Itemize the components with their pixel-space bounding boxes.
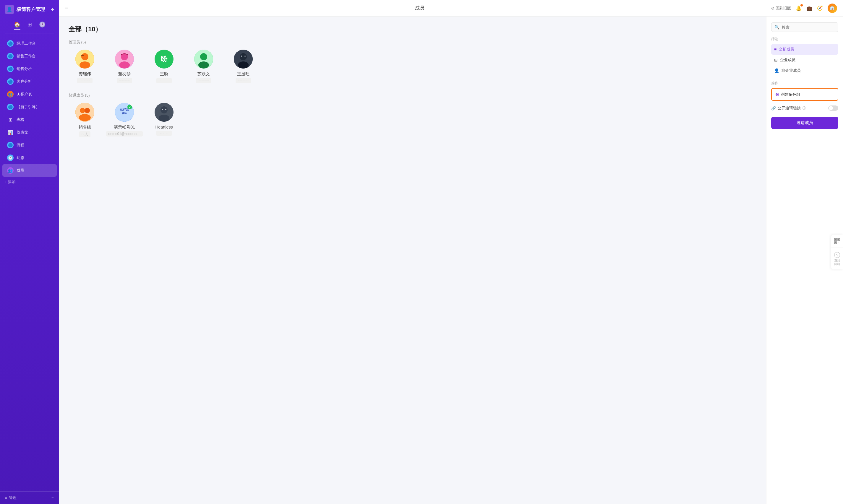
invite-link-toggle[interactable] — [828, 106, 838, 111]
avatar-wang-xian-svg — [234, 50, 253, 69]
svg-point-11 — [240, 53, 247, 60]
sidebar-item-dashboard[interactable]: 📊 仪表盘 — [2, 126, 57, 139]
app-logo-icon: 👤 — [5, 5, 14, 14]
help-question-icon: ? — [834, 252, 840, 258]
sidebar-item-label: 销售工作台 — [17, 53, 36, 59]
filter-enterprise-icon: ⊞ — [774, 58, 778, 62]
member-card-heartless[interactable]: Heartless ··········· — [148, 103, 180, 137]
member-avatar-demo01: 伙伴云 体验 ✓ — [115, 103, 134, 122]
sidebar-item-sales-analysis[interactable]: 🔵 销售分析 — [2, 62, 57, 75]
action-label: 操作 — [771, 80, 838, 86]
member-card-sales-group[interactable]: 销售组 3 人 — [69, 103, 101, 137]
sidebar-item-label: 仪表盘 — [17, 130, 28, 135]
tab-home[interactable]: 🏠 — [14, 21, 20, 30]
sidebar-item-members[interactable]: 👥 成员 — [2, 164, 57, 177]
sidebar-item-sales-workbench[interactable]: 🔵 销售工作台 — [2, 50, 57, 62]
sidebar-item-dynamic[interactable]: 🕐 动态 — [2, 151, 57, 164]
svg-point-25 — [160, 106, 168, 113]
search-input[interactable] — [782, 25, 835, 30]
topbar: ≡ 成员 ⊙ 回到旧版 🔔 💼 🧭 👔 — [59, 0, 843, 17]
notification-button[interactable]: 🔔 — [796, 5, 802, 11]
member-card-gong[interactable]: 龚继伟 ··········· — [69, 50, 101, 83]
filter-non-enterprise-icon: 👤 — [774, 68, 779, 73]
sidebar-item-manager-workbench[interactable]: 🔵 经理工作台 — [2, 37, 57, 50]
page-title-topbar: 成员 — [415, 5, 424, 11]
svg-point-6 — [119, 61, 130, 69]
create-role-group-button[interactable]: ⊕ 创建角色组 — [771, 88, 838, 101]
member-sub-su: ··········· — [196, 78, 212, 83]
member-card-wang-xian[interactable]: 王显旺 ··········· — [227, 50, 260, 83]
filter-enterprise-members[interactable]: ⊞ 企业成员 — [771, 55, 838, 65]
member-card-demo01[interactable]: 伙伴云 体验 ✓ 演示帐号01 demo01@huoban.... — [108, 103, 141, 137]
member-name-wang-pan: 王盼 — [160, 72, 168, 77]
sidebar-item-label: 动态 — [17, 155, 24, 160]
svg-rect-35 — [838, 242, 838, 242]
filter-non-enterprise-label: 非企业成员 — [781, 68, 801, 73]
manager-workbench-icon: 🔵 — [7, 40, 14, 47]
sidebar-item-flow[interactable]: 🔵 流程 — [2, 139, 57, 151]
member-card-wang-pan[interactable]: 盼 王盼 ··········· — [148, 50, 180, 83]
svg-point-17 — [85, 108, 90, 113]
help-label: 遇到问题 — [834, 259, 840, 266]
return-old-version-button[interactable]: ⊙ 回到旧版 — [771, 6, 791, 11]
normal-section-label: 普通成员 (5) — [69, 93, 757, 98]
member-avatar-gong — [75, 50, 94, 69]
help-button[interactable]: ? 遇到问题 — [831, 248, 843, 269]
qr-code-button[interactable] — [831, 235, 843, 248]
sidebar-item-label: 【新手引导】 — [17, 104, 40, 110]
add-nav-item-button[interactable]: + 添加 — [0, 177, 59, 187]
member-sub-gong: ··········· — [77, 78, 93, 83]
member-name-su: 苏跃文 — [197, 72, 210, 77]
member-name-dong: 董羽斐 — [118, 72, 131, 77]
sidebar-item-label: 成员 — [17, 168, 24, 173]
avatar-sales-group-svg — [75, 103, 94, 122]
sales-analysis-icon: 🔵 — [7, 66, 14, 72]
svg-rect-34 — [835, 242, 836, 243]
invite-members-button[interactable]: 邀请成员 — [771, 117, 838, 129]
filter-all-members[interactable]: ≡ 全部成员 — [771, 44, 838, 55]
svg-point-14 — [244, 56, 246, 57]
member-avatar-dong — [115, 50, 134, 69]
svg-rect-37 — [838, 242, 838, 243]
bag-button[interactable]: 💼 — [806, 5, 812, 11]
tab-grid[interactable]: ⊞ — [28, 21, 32, 30]
filter-all-icon: ≡ — [774, 47, 776, 52]
more-options-button[interactable]: ··· — [51, 495, 54, 501]
return-label: 回到旧版 — [776, 6, 791, 11]
svg-point-2 — [80, 61, 90, 69]
sidebar-item-label: ★客户表 — [17, 92, 32, 97]
avatar-icon: 👔 — [830, 6, 835, 10]
sidebar-item-customer-analysis[interactable]: 🔵 客户分析 — [2, 75, 57, 88]
avatar-su-svg — [194, 50, 213, 69]
sidebar-item-new-guide[interactable]: 🔵 【新手引导】 — [2, 101, 57, 113]
manage-text: 管理 — [9, 495, 17, 501]
member-sub-wang-pan: ··········· — [156, 78, 172, 83]
svg-text:体验: 体验 — [122, 112, 127, 115]
filter-non-enterprise-members[interactable]: 👤 非企业成员 — [771, 65, 838, 76]
sidebar-item-label: 表格 — [17, 117, 24, 122]
add-workspace-button[interactable]: + — [51, 6, 54, 13]
user-avatar-button[interactable]: 👔 — [828, 3, 837, 13]
flow-icon: 🔵 — [7, 142, 14, 148]
customer-table-icon: 👥 — [7, 91, 14, 97]
sidebar-item-customer-table[interactable]: 👥 ★客户表 — [2, 88, 57, 101]
avatar-heartless-svg — [155, 103, 174, 122]
action-section: 操作 ⊕ 创建角色组 🔗 公开邀请链接 ⓘ — [771, 80, 838, 112]
manage-label[interactable]: ≡ 管理 — [5, 495, 17, 501]
svg-rect-3 — [81, 55, 84, 56]
sidebar-item-table[interactable]: ⊞ 表格 — [2, 113, 57, 126]
svg-rect-36 — [839, 242, 839, 242]
member-avatar-wang-xian — [234, 50, 253, 69]
table-icon: ⊞ — [7, 116, 14, 123]
admin-section-label: 管理员 (5) — [69, 40, 757, 45]
compass-button[interactable]: 🧭 — [817, 5, 823, 11]
svg-point-13 — [241, 56, 242, 57]
member-name-gong: 龚继伟 — [78, 72, 91, 77]
menu-toggle-button[interactable]: ≡ — [65, 5, 68, 11]
member-card-su[interactable]: 苏跃文 ··········· — [188, 50, 220, 83]
tab-clock[interactable]: 🕐 — [39, 21, 46, 30]
info-icon: ⓘ — [803, 106, 806, 111]
normal-members-grid: 销售组 3 人 伙伴云 体验 ✓ 演示帐号01 — [69, 103, 757, 137]
member-card-dong[interactable]: 董羽斐 ··········· — [108, 50, 141, 83]
filter-enterprise-label: 企业成员 — [780, 57, 795, 62]
